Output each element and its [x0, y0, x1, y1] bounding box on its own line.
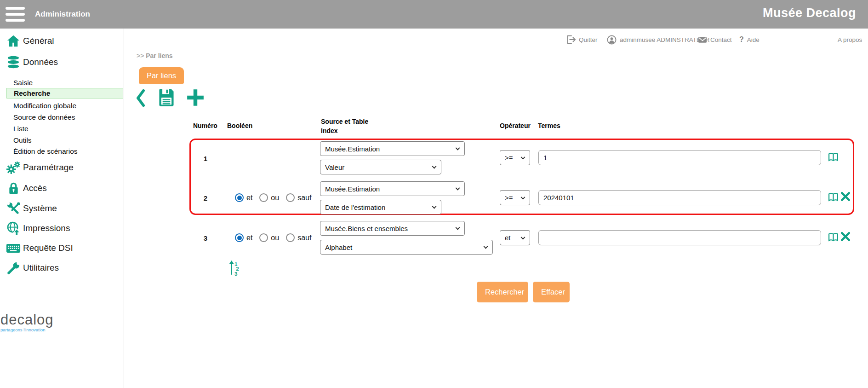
effacer-button[interactable]: Effacer [533, 282, 570, 302]
sidebar-item-donnees[interactable]: Données [0, 55, 124, 69]
row2-operator-select[interactable]: >= [500, 190, 530, 205]
hamburger-menu-icon[interactable] [6, 7, 25, 22]
question-mark-icon: ? [739, 35, 744, 44]
decalog-logo-text: decalog [0, 312, 54, 328]
row3-terms-input[interactable] [538, 230, 821, 245]
save-button[interactable] [158, 88, 175, 109]
row1-terms-input[interactable] [538, 150, 821, 165]
row3-index-select[interactable]: Alphabet [320, 240, 493, 255]
chevron-down-icon [456, 186, 460, 191]
sidebar-item-recherche[interactable]: Recherche [6, 88, 123, 98]
wrench-icon [6, 261, 21, 275]
floppy-disk-icon [158, 100, 175, 108]
row3-radio-sauf[interactable] [286, 233, 295, 242]
top-bar: Administration Musée Decalog [0, 0, 868, 29]
header-termes: Termes [538, 122, 560, 130]
envelope-icon [698, 36, 707, 43]
brand-title: Musée Decalog [763, 6, 856, 20]
row3-radio-ou[interactable] [259, 233, 268, 242]
rechercher-button[interactable]: Rechercher [477, 282, 528, 302]
breadcrumb: >> Par liens [137, 52, 173, 59]
tab-par-liens[interactable]: Par liens [139, 67, 184, 84]
row1-source-select[interactable]: Musée.Estimation [320, 141, 465, 156]
header-booleen: Booléen [227, 122, 252, 130]
chevron-down-icon [456, 226, 460, 230]
header-numero: Numéro [193, 122, 217, 130]
sidebar: Général Données Saisie Recherche Modific… [0, 29, 124, 388]
header-index: Index [321, 127, 338, 135]
sidebar-item-utilitaires[interactable]: Utilitaires [0, 261, 124, 275]
user-icon [607, 35, 617, 45]
app-title: Administration [35, 10, 90, 19]
numeric-sort-icon: 1 2 3 [228, 260, 241, 276]
x-icon [840, 232, 851, 242]
chevron-down-icon [521, 155, 525, 159]
sidebar-item-outils[interactable]: Outils [0, 135, 124, 145]
quitter-link[interactable]: Quitter [566, 35, 598, 45]
keyboard-icon [6, 241, 21, 255]
chevron-down-icon [432, 164, 437, 169]
chevron-down-icon [521, 195, 525, 199]
row3-radio-et[interactable] [235, 233, 244, 242]
sidebar-item-liste[interactable]: Liste [0, 123, 124, 134]
row2-index-select[interactable]: Date de l'estimation [320, 200, 441, 214]
logout-icon [566, 35, 576, 44]
globe-arrow-icon [6, 221, 21, 236]
lock-icon [6, 181, 21, 196]
chevron-down-icon [484, 244, 488, 249]
sidebar-item-impressions[interactable]: Impressions [0, 221, 124, 236]
row2-radio-sauf[interactable] [286, 193, 295, 202]
sidebar-item-acces[interactable]: Accès [0, 181, 124, 196]
sidebar-item-saisie[interactable]: Saisie [0, 77, 124, 88]
administration-page: Administration Musée Decalog Général Don… [0, 0, 868, 388]
row3-operator-select[interactable]: et [500, 230, 530, 245]
book-icon [828, 232, 839, 242]
row2-browse-index-button[interactable] [828, 192, 839, 202]
contact-link[interactable]: Contact [698, 35, 732, 45]
sidebar-item-edition-de-scenarios[interactable]: Édition de scénarios [0, 146, 124, 156]
sidebar-item-source-de-donnees[interactable]: Source de données [0, 112, 124, 122]
row2-source-select[interactable]: Musée.Estimation [320, 181, 465, 196]
row2-numero: 2 [196, 194, 215, 202]
add-row-button[interactable] [186, 87, 205, 110]
chevron-down-icon [432, 204, 437, 209]
row2-radio-ou[interactable] [259, 193, 268, 202]
row3-source-select[interactable]: Musée.Biens et ensembles [320, 221, 465, 236]
row2-radio-et[interactable] [235, 193, 244, 202]
plus-icon [186, 101, 205, 109]
apropos-link[interactable]: A propos [838, 35, 862, 45]
row3-browse-index-button[interactable] [828, 232, 839, 242]
decalog-logo: decalog partageons l'innovation [0, 312, 54, 332]
sort-order-button[interactable]: 1 2 3 [228, 260, 241, 276]
sidebar-item-modification-globale[interactable]: Modification globale [0, 100, 124, 111]
row2-terms-input[interactable] [538, 190, 821, 205]
sidebar-item-requete-dsi[interactable]: Requête DSI [0, 241, 124, 255]
sidebar-item-systeme[interactable]: Système [0, 201, 124, 216]
row1-operator-select[interactable]: >= [500, 150, 530, 165]
database-icon [6, 55, 21, 69]
row1-numero: 1 [196, 155, 215, 162]
header-source-et-table: Source et Table [321, 118, 368, 126]
svg-text:3: 3 [234, 271, 238, 276]
row1-browse-index-button[interactable] [828, 152, 839, 162]
chevron-down-icon [521, 235, 525, 239]
row3-boolean-group: et ou sauf [235, 233, 318, 242]
row3-numero: 3 [196, 234, 215, 242]
row1-index-select[interactable]: Valeur [320, 160, 441, 174]
home-icon [6, 34, 21, 48]
tools-icon [6, 201, 21, 216]
back-button[interactable] [135, 89, 146, 109]
sidebar-item-parametrage[interactable]: Paramétrage [0, 160, 124, 175]
book-icon [828, 192, 839, 202]
user-account-link[interactable]: adminmusee ADMINSTRATEUR [607, 35, 710, 45]
sidebar-item-general[interactable]: Général [0, 34, 124, 48]
chevron-left-icon [135, 100, 146, 108]
header-operateur: Opérateur [500, 122, 531, 130]
aide-link[interactable]: ? Aide [739, 35, 760, 45]
row2-delete-button[interactable] [840, 191, 851, 202]
row3-delete-button[interactable] [840, 232, 851, 242]
book-icon [828, 152, 839, 162]
gears-icon [6, 160, 21, 175]
chevron-down-icon [456, 146, 460, 151]
x-icon [840, 191, 851, 202]
